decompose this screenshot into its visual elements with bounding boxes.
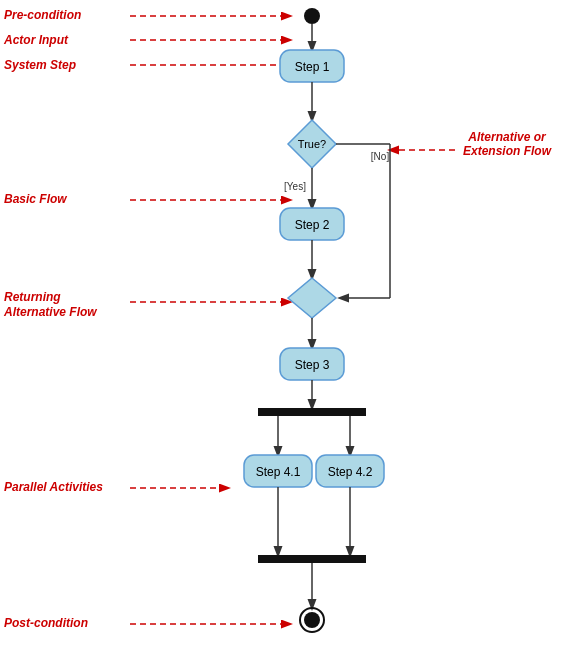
join-bar [258, 555, 366, 563]
merge-node [288, 278, 336, 318]
diagram-container: Pre-condition Actor Input System Step Ba… [0, 0, 572, 656]
no-label: [No] [371, 151, 390, 162]
step1-label: Step 1 [295, 60, 330, 74]
fork-bar [258, 408, 366, 416]
end-node-fill [304, 612, 320, 628]
step41-label: Step 4.1 [256, 465, 301, 479]
step2-label: Step 2 [295, 218, 330, 232]
start-node [304, 8, 320, 24]
yes-label: [Yes] [284, 181, 306, 192]
step3-label: Step 3 [295, 358, 330, 372]
step42-label: Step 4.2 [328, 465, 373, 479]
activity-diagram: Step 1 True? [Yes] [No] Step 2 Step 3 [0, 0, 572, 656]
decision-label: True? [298, 138, 326, 150]
